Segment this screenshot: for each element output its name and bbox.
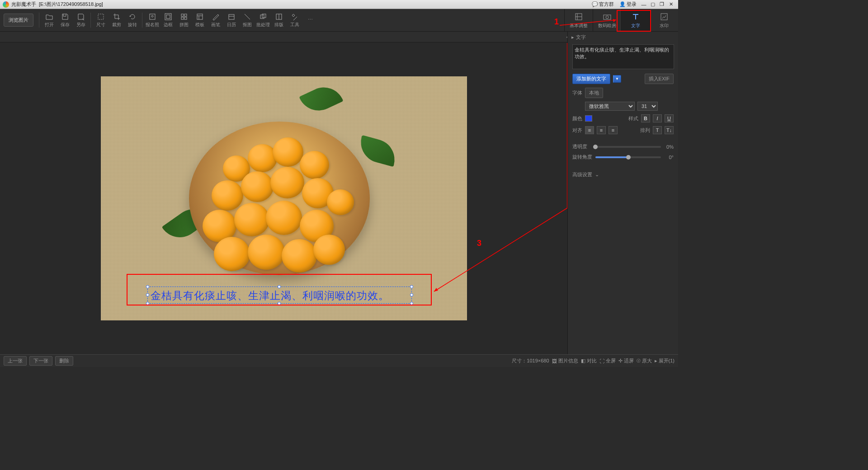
arrange-vertical-button[interactable]: T↓	[665, 126, 674, 134]
puzzle-button[interactable]: 拼图	[176, 9, 192, 31]
workspace[interactable]: 金桔具有化痰止咳、生津止渴、利咽润喉的功效。	[0, 42, 567, 354]
image-orange	[313, 235, 345, 265]
svg-rect-3	[165, 14, 171, 20]
chevron-down-icon: ⌄	[595, 172, 599, 178]
rotate-icon	[128, 13, 137, 21]
cutout-icon	[243, 13, 251, 21]
svg-rect-1	[150, 14, 155, 19]
image-info-button[interactable]: 🖼 图片信息	[552, 357, 578, 364]
status-bar: 上一张 下一张 删除 尺寸：1019×680 🖼 图片信息 ◧ 对比 ⛶ 全屏 …	[0, 354, 678, 367]
opacity-value: 0%	[664, 144, 674, 150]
color-picker[interactable]	[585, 115, 592, 122]
canvas[interactable]: 金桔具有化痰止咳、生津止渴、利咽润喉的功效。	[101, 76, 467, 320]
italic-button[interactable]: I	[653, 114, 662, 122]
add-text-dropdown[interactable]: ▼	[613, 75, 621, 83]
fitscreen-button[interactable]: ✢ 适屏	[618, 357, 634, 364]
add-text-button[interactable]: 添加新的文字	[572, 74, 610, 84]
size-icon	[97, 13, 105, 21]
font-local-button[interactable]: 本地	[585, 88, 603, 98]
image-orange	[266, 201, 302, 235]
arrange-horizontal-button[interactable]: T	[653, 126, 662, 134]
brush-icon	[212, 13, 220, 21]
delete-button[interactable]: 删除	[55, 356, 73, 366]
close-button[interactable]: ✕	[666, 1, 675, 7]
camera-icon	[602, 12, 612, 22]
font-size-select[interactable]: 31	[637, 102, 658, 111]
official-group-button[interactable]: 💬 官方群	[589, 1, 617, 8]
text-input-area[interactable]: 金桔具有化痰止咳、生津止渴、利咽润喉的功效。	[572, 44, 674, 69]
save-button[interactable]: 保存	[57, 9, 73, 31]
layout-button[interactable]: 排版	[271, 9, 287, 31]
opacity-label: 透明度	[572, 143, 593, 150]
image-orange	[234, 203, 269, 236]
login-button[interactable]: 👤 登录	[617, 1, 639, 8]
font-select[interactable]: 微软雅黑	[585, 102, 635, 111]
restore-button[interactable]: ❐	[657, 1, 666, 7]
minimize-button[interactable]: —	[639, 2, 648, 7]
prev-image-button[interactable]: 上一张	[4, 356, 27, 366]
font-label: 字体	[572, 89, 582, 96]
more-icon: ⋯	[307, 16, 315, 24]
rotate-button[interactable]: 旋转	[124, 9, 140, 31]
compare-button[interactable]: ◧ 对比	[581, 357, 597, 364]
insert-exif-button[interactable]: 插入EXIF	[645, 74, 674, 84]
svg-rect-6	[184, 14, 187, 16]
size-button[interactable]: 尺寸	[93, 9, 108, 31]
svg-rect-8	[184, 17, 187, 19]
image-orange	[248, 235, 285, 270]
browse-images-button[interactable]: 浏览图片	[4, 14, 33, 27]
tab-basic-adjust[interactable]: 基本调整	[564, 9, 593, 31]
brush-button[interactable]: 画笔	[208, 9, 223, 31]
app-title: 光影魔术手	[11, 1, 36, 8]
idphoto-icon	[148, 13, 156, 21]
idphoto-button[interactable]: 报名照	[144, 9, 160, 31]
bold-button[interactable]: B	[641, 114, 650, 122]
next-image-button[interactable]: 下一张	[29, 356, 52, 366]
rotation-slider[interactable]	[595, 156, 661, 158]
image-orange	[241, 171, 274, 202]
template-button[interactable]: 模板	[192, 9, 208, 31]
svg-rect-10	[229, 14, 234, 19]
template-icon	[196, 13, 204, 21]
align-center-button[interactable]: ≡	[597, 126, 606, 134]
saveas-icon	[77, 13, 85, 21]
more-button[interactable]: ⋯	[302, 9, 318, 31]
image-orange	[300, 151, 329, 179]
crop-button[interactable]: 裁剪	[108, 9, 124, 31]
align-left-button[interactable]: ≡	[585, 126, 594, 134]
open-button[interactable]: 打开	[41, 9, 57, 31]
opacity-slider[interactable]	[595, 146, 661, 148]
advanced-settings-toggle[interactable]: 高级设置 ⌄	[568, 169, 678, 180]
image-orange	[214, 237, 250, 271]
tab-watermark[interactable]: 水印	[650, 9, 678, 31]
text-icon	[631, 12, 641, 22]
file-path: [E:\图片\1720490958518.jpg]	[39, 1, 103, 8]
title-bar: 光影魔术手 [E:\图片\1720490958518.jpg] 💬 官方群 👤 …	[0, 0, 678, 9]
tools-button[interactable]: 工具	[287, 9, 302, 31]
saveas-button[interactable]: 另存	[73, 9, 89, 31]
image-orange	[248, 144, 277, 172]
image-orange	[273, 137, 303, 167]
panel-title[interactable]: ▸ 文字	[568, 32, 678, 42]
image-orange	[212, 180, 243, 211]
maximize-button[interactable]: ▢	[648, 1, 657, 7]
cutout-button[interactable]: 抠图	[239, 9, 255, 31]
align-label: 对齐	[572, 127, 582, 134]
underline-button[interactable]: U	[665, 114, 674, 122]
tab-darkroom[interactable]: 数码暗房	[593, 9, 621, 31]
rotation-label: 旋转角度	[572, 154, 593, 160]
image-orange	[270, 167, 304, 198]
align-right-button[interactable]: ≡	[609, 126, 618, 134]
canvas-text-overlay[interactable]: 金桔具有化痰止咳、生津止渴、利咽润喉的功效。	[151, 289, 389, 303]
border-button[interactable]: 边框	[160, 9, 176, 31]
calendar-button[interactable]: 日历	[223, 9, 239, 31]
batch-button[interactable]: 批处理	[255, 9, 271, 31]
watermark-icon	[659, 12, 669, 22]
tab-text[interactable]: 文字	[621, 9, 650, 31]
fullscreen-button[interactable]: ⛶ 全屏	[599, 357, 616, 364]
expand-button[interactable]: ▸ 展开(1)	[655, 357, 675, 364]
tools-icon	[291, 13, 299, 21]
svg-rect-4	[166, 15, 170, 19]
style-label: 样式	[628, 115, 638, 122]
original-size-button[interactable]: ⦾ 原大	[637, 357, 652, 364]
